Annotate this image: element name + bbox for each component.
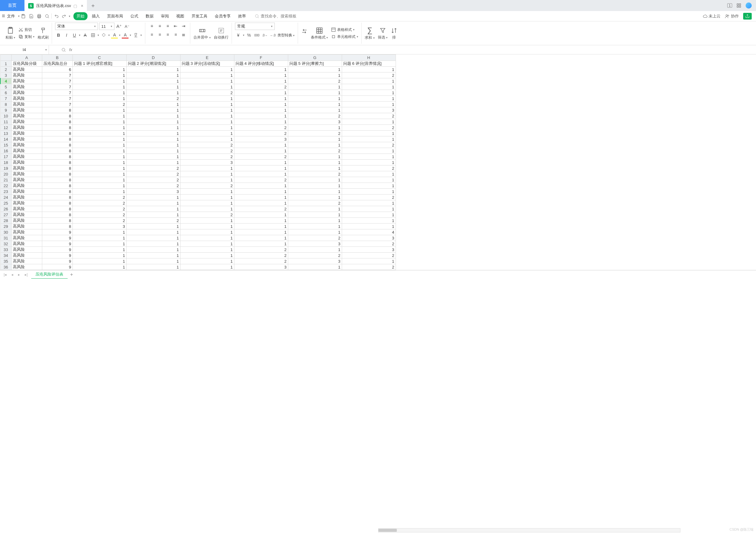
cell[interactable]: 压疮风险总分 bbox=[42, 61, 73, 67]
cell[interactable]: 8 bbox=[42, 154, 73, 160]
cell[interactable]: 问题 4 评分[移动情况] bbox=[234, 61, 288, 67]
row-header[interactable]: 33 bbox=[0, 247, 11, 253]
row-header[interactable]: 30 bbox=[0, 230, 11, 235]
cell[interactable]: 1 bbox=[73, 119, 126, 125]
cell[interactable]: 1 bbox=[288, 177, 342, 183]
row-header[interactable]: 6 bbox=[0, 90, 11, 96]
sheet-nav-prev-icon[interactable]: ◂ bbox=[10, 272, 14, 277]
cell[interactable]: 1 bbox=[126, 113, 180, 119]
cell[interactable]: 1 bbox=[180, 96, 234, 102]
cell[interactable]: 1 bbox=[234, 67, 288, 73]
cell[interactable]: 高风险 bbox=[11, 107, 42, 113]
cell[interactable]: 1 bbox=[288, 247, 342, 253]
cell[interactable]: 2 bbox=[288, 235, 342, 241]
cell[interactable]: 高风险 bbox=[11, 131, 42, 136]
file-menu-dropdown-icon[interactable]: ▾ bbox=[18, 14, 20, 18]
tab-view[interactable]: 视图 bbox=[173, 12, 187, 20]
cell[interactable]: 7 bbox=[42, 73, 73, 78]
cell[interactable]: 1 bbox=[126, 259, 180, 264]
cell[interactable]: 高风险 bbox=[11, 67, 42, 73]
cell[interactable]: 1 bbox=[180, 247, 234, 253]
swap-button[interactable]: x bbox=[301, 27, 308, 40]
align-top-icon[interactable]: ≡ bbox=[148, 23, 155, 29]
cell[interactable]: 1 bbox=[342, 84, 395, 90]
cell[interactable]: 2 bbox=[234, 177, 288, 183]
cell[interactable]: 2 bbox=[342, 253, 395, 259]
cell[interactable]: 1 bbox=[73, 247, 126, 253]
cell[interactable]: 1 bbox=[126, 131, 180, 136]
cell[interactable]: 1 bbox=[126, 67, 180, 73]
zoom-formula-icon[interactable] bbox=[61, 47, 66, 52]
home-tab[interactable]: 首页 bbox=[0, 0, 24, 11]
cell[interactable]: 1 bbox=[342, 136, 395, 142]
row-header[interactable]: 20 bbox=[0, 171, 11, 177]
cell[interactable]: 8 bbox=[42, 171, 73, 177]
cell[interactable]: 1 bbox=[180, 264, 234, 270]
cell[interactable]: 8 bbox=[42, 119, 73, 125]
cell[interactable]: 7 bbox=[42, 96, 73, 102]
cell[interactable]: 1 bbox=[180, 73, 234, 78]
cell[interactable]: 1 bbox=[73, 189, 126, 195]
cell[interactable]: 高风险 bbox=[11, 171, 42, 177]
cell[interactable]: 2 bbox=[126, 171, 180, 177]
row-header[interactable]: 2 bbox=[0, 67, 11, 73]
cell[interactable]: 2 bbox=[180, 142, 234, 148]
cell[interactable]: 1 bbox=[126, 148, 180, 154]
cell[interactable]: 高风险 bbox=[11, 218, 42, 224]
cell[interactable]: 1 bbox=[126, 195, 180, 200]
cell[interactable]: 1 bbox=[234, 241, 288, 247]
new-tab-button[interactable]: ＋ bbox=[87, 0, 99, 11]
number-format-select[interactable]: 常规▾ bbox=[235, 23, 275, 30]
row-header[interactable]: 27 bbox=[0, 212, 11, 218]
cell[interactable]: 高风险 bbox=[11, 212, 42, 218]
col-header[interactable]: A bbox=[11, 55, 42, 61]
cell[interactable]: 2 bbox=[234, 131, 288, 136]
cell[interactable]: 1 bbox=[73, 183, 126, 189]
cell[interactable]: 1 bbox=[180, 189, 234, 195]
cell[interactable]: 7 bbox=[42, 78, 73, 84]
cell[interactable]: 1 bbox=[180, 235, 234, 241]
row-header[interactable]: 11 bbox=[0, 119, 11, 125]
cell[interactable]: 1 bbox=[180, 119, 234, 125]
underline-button[interactable]: U bbox=[71, 32, 78, 39]
row-header[interactable]: 12 bbox=[0, 125, 11, 131]
cell[interactable]: 9 bbox=[42, 230, 73, 235]
select-all-corner[interactable] bbox=[0, 55, 11, 61]
cell[interactable]: 1 bbox=[288, 189, 342, 195]
cell[interactable]: 高风险 bbox=[11, 200, 42, 206]
cell[interactable]: 1 bbox=[180, 84, 234, 90]
col-header[interactable]: G bbox=[288, 55, 342, 61]
cell[interactable]: 1 bbox=[180, 67, 234, 73]
cell[interactable]: 2 bbox=[342, 241, 395, 247]
row-header[interactable]: 31 bbox=[0, 235, 11, 241]
cell[interactable]: 高风险 bbox=[11, 90, 42, 96]
cell[interactable]: 1 bbox=[180, 253, 234, 259]
cell[interactable]: 1 bbox=[342, 259, 395, 264]
cell[interactable]: 1 bbox=[180, 259, 234, 264]
cell[interactable]: 9 bbox=[42, 235, 73, 241]
cell[interactable]: 1 bbox=[180, 230, 234, 235]
cell[interactable]: 1 bbox=[342, 212, 395, 218]
cell[interactable]: 2 bbox=[234, 206, 288, 212]
cloud-sync[interactable]: 未上云 bbox=[703, 13, 721, 19]
row-header[interactable]: 18 bbox=[0, 160, 11, 166]
add-sheet-button[interactable]: + bbox=[70, 272, 73, 277]
increase-indent-icon[interactable]: ⇥ bbox=[180, 23, 187, 29]
redo-icon[interactable] bbox=[62, 13, 66, 19]
cell[interactable]: 1 bbox=[288, 96, 342, 102]
cell[interactable]: 问题 6 评分[营养情况] bbox=[342, 61, 395, 67]
col-header[interactable]: H bbox=[342, 55, 395, 61]
align-center-icon[interactable]: ≡ bbox=[156, 31, 163, 38]
cell[interactable]: 1 bbox=[180, 78, 234, 84]
cell[interactable]: 高风险 bbox=[11, 78, 42, 84]
tab-start[interactable]: 开始 bbox=[73, 12, 88, 20]
cell[interactable]: 1 bbox=[73, 166, 126, 171]
cell[interactable]: 1 bbox=[126, 136, 180, 142]
cell[interactable]: 高风险 bbox=[11, 206, 42, 212]
cell[interactable]: 1 bbox=[126, 119, 180, 125]
cell[interactable]: 1 bbox=[126, 235, 180, 241]
cell[interactable]: 2 bbox=[342, 113, 395, 119]
cell[interactable]: 高风险 bbox=[11, 241, 42, 247]
cell[interactable]: 8 bbox=[42, 142, 73, 148]
cell[interactable]: 1 bbox=[73, 235, 126, 241]
